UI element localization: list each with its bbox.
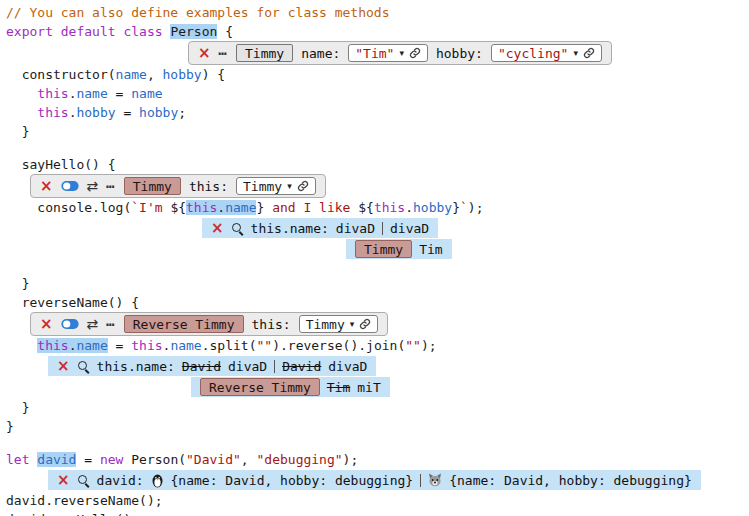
magnifier-icon[interactable] <box>231 222 244 235</box>
code-token: console.log( <box>6 200 131 215</box>
close-icon[interactable]: × <box>40 179 53 194</box>
param-name-dropdown[interactable]: "Tim" ▾ <box>348 44 428 62</box>
code-token: ); <box>343 452 359 467</box>
code-line-console-log: console.log(`I'm ${this.name} and I like… <box>6 198 749 217</box>
code-token: ); <box>421 338 437 353</box>
code-token: { <box>217 24 233 39</box>
rerun-arrows-icon[interactable]: ⇄ <box>87 179 99 193</box>
code-token: , <box>241 452 257 467</box>
magnifier-icon[interactable] <box>77 474 90 487</box>
code-token: = <box>108 86 131 101</box>
code-token: name <box>76 338 107 353</box>
this-label: this: <box>252 317 291 332</box>
divider <box>382 222 383 235</box>
penguin-icon <box>151 473 164 488</box>
code-line-sayhello: sayHello() { <box>6 155 749 174</box>
code-line-comment: // You can also define examples for clas… <box>6 3 749 22</box>
this-dropdown[interactable]: Timmy ▾ <box>299 315 379 333</box>
code-token: name <box>225 200 256 215</box>
code-line: this.name = name <box>6 84 749 103</box>
code-token: this <box>186 200 217 215</box>
example-tag[interactable]: Reverse Timmy <box>200 378 320 396</box>
code-token <box>6 338 37 353</box>
probe-value: divaD <box>228 359 267 374</box>
link-icon[interactable] <box>297 180 309 192</box>
param-hobby-dropdown[interactable]: "cycling" ▾ <box>491 44 602 62</box>
example-tag[interactable]: Timmy <box>355 240 412 258</box>
code-editor: // You can also define examples for clas… <box>0 0 749 516</box>
code-line: } <box>6 274 749 293</box>
code-token: ` <box>460 200 468 215</box>
probe-example-result: Timmy Tim <box>346 239 452 259</box>
code-token: .split( <box>202 338 257 353</box>
probe-result-david: × david: {name: David, hobby: debugging}… <box>48 470 701 490</box>
link-icon[interactable] <box>359 318 371 330</box>
example-name-button[interactable]: Timmy <box>236 44 293 62</box>
link-icon[interactable] <box>409 47 421 59</box>
close-icon[interactable]: × <box>40 317 53 332</box>
more-icon[interactable]: ⋯ <box>106 179 115 193</box>
code-token: ); <box>468 200 484 215</box>
code-token: "" <box>405 338 421 353</box>
more-icon[interactable]: ⋯ <box>219 46 228 60</box>
code-token: } <box>6 124 29 139</box>
chevron-down-icon: ▾ <box>573 48 578 58</box>
close-icon[interactable]: × <box>57 473 70 488</box>
code-line: this.hobby = hobby; <box>6 103 749 122</box>
probe-old-value: David <box>182 359 221 374</box>
blank-line <box>6 141 749 155</box>
close-icon[interactable]: × <box>198 46 211 61</box>
code-token: sayHello() { <box>6 157 116 172</box>
probe-value: miT <box>357 380 380 395</box>
blank-line <box>6 436 749 450</box>
close-icon[interactable]: × <box>57 359 70 374</box>
code-line: } <box>6 122 749 141</box>
class-example-widget: × ⋯ Timmy name: "Tim" ▾ hobby: "cycling"… <box>188 41 612 65</box>
probe-result-this-name: × this.name: David divaD David divaD <box>48 356 376 376</box>
code-token: name <box>170 338 201 353</box>
divider <box>420 474 421 487</box>
magnifier-icon[interactable] <box>77 360 90 373</box>
example-tag[interactable]: Reverse Timmy <box>124 315 244 333</box>
code-token: export <box>6 24 53 39</box>
code-token: . <box>405 200 413 215</box>
code-token: = <box>116 105 139 120</box>
probe-value: Tim <box>419 242 442 257</box>
probe-value: divaD <box>336 221 375 236</box>
this-value: Timmy <box>243 179 282 194</box>
code-token: , <box>147 67 163 82</box>
sayhello-example-widget: × ⇄ ⋯ Timmy this: Timmy ▾ <box>30 174 326 198</box>
param-hobby-label: hobby: <box>436 46 483 61</box>
this-dropdown[interactable]: Timmy ▾ <box>236 177 316 195</box>
code-token: this <box>37 86 68 101</box>
probe-example-result: Reverse Timmy Tim miT <box>191 377 390 397</box>
more-icon[interactable]: ⋯ <box>106 317 115 331</box>
probe-value: {name: David, hobby: debugging} <box>171 473 414 488</box>
code-token: } <box>6 276 29 291</box>
link-icon[interactable] <box>583 47 595 59</box>
rerun-arrows-icon[interactable]: ⇄ <box>87 317 99 331</box>
code-token: // You can also define examples for clas… <box>6 5 390 20</box>
code-token: . <box>217 200 225 215</box>
toggle-on-icon[interactable] <box>61 318 79 330</box>
code-token: class <box>123 24 162 39</box>
code-token: this <box>374 200 405 215</box>
example-tag[interactable]: Timmy <box>124 177 181 195</box>
probe-label: this.name: <box>97 359 175 374</box>
code-line-class-decl: export default class Person { <box>6 22 749 41</box>
code-token: ; <box>178 105 186 120</box>
probe-result-this-name: × this.name: divaD divaD <box>202 218 438 238</box>
code-token: default <box>61 24 116 39</box>
chevron-down-icon: ▾ <box>287 181 292 191</box>
code-token: david.sayHello(); <box>6 512 139 516</box>
code-token: new <box>100 452 123 467</box>
reversename-example-widget: × ⇄ ⋯ Reverse Timmy this: Timmy ▾ <box>30 312 388 336</box>
code-token: name <box>116 67 147 82</box>
code-token: name <box>131 86 162 101</box>
chevron-down-icon: ▾ <box>350 319 355 329</box>
close-icon[interactable]: × <box>211 221 224 236</box>
code-line-new-person: let david = new Person("David", "debuggi… <box>6 450 749 469</box>
this-value: Timmy <box>306 317 345 332</box>
code-token: } <box>6 419 14 434</box>
toggle-on-icon[interactable] <box>61 180 79 192</box>
